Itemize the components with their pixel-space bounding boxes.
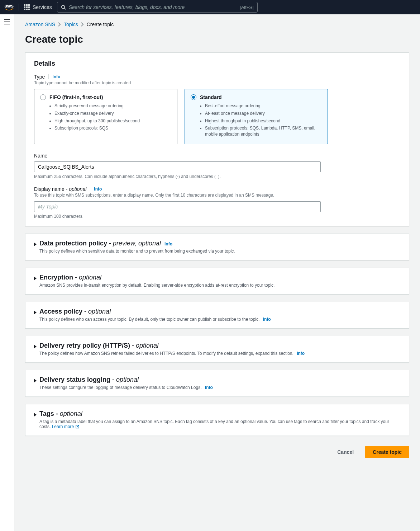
create-topic-button[interactable]: Create topic (365, 446, 409, 458)
chevron-right-icon (58, 22, 61, 27)
section-title: Data protection policy - preview, option… (39, 240, 161, 247)
caret-right-icon (34, 311, 37, 314)
display-help-text: To use this topic with SMS subscriptions… (34, 193, 400, 198)
section-title: Encryption - optional (39, 274, 101, 281)
section-title: Delivery status logging - optional (39, 376, 139, 383)
breadcrumb-current: Create topic (87, 22, 114, 27)
section-desc: Amazon SNS provides in-transit encryptio… (39, 283, 400, 288)
radio-icon (191, 94, 196, 100)
svg-rect-8 (28, 9, 30, 10)
expander-toggle[interactable]: Data protection policy - preview, option… (34, 240, 400, 254)
svg-rect-4 (26, 6, 28, 8)
divider (48, 74, 49, 79)
svg-rect-6 (24, 9, 25, 10)
expander-toggle[interactable]: Encryption - optional Amazon SNS provide… (34, 274, 400, 288)
expander-toggle[interactable]: Delivery status logging - optional These… (34, 376, 400, 390)
display-info-link[interactable]: Info (94, 187, 102, 192)
info-link[interactable]: Info (297, 351, 305, 356)
section-desc: The policy defines how Amazon SNS retrie… (39, 351, 400, 356)
svg-rect-3 (24, 6, 25, 8)
divider (90, 187, 90, 192)
type-option-standard[interactable]: Standard Best-effort message ordering At… (185, 89, 328, 144)
hamburger-icon[interactable] (4, 19, 10, 24)
fifo-bullets: Strictly-preserved message ordering Exac… (40, 103, 171, 131)
section-title: Delivery retry policy (HTTP/S) - optiona… (39, 342, 158, 349)
global-search[interactable]: [Alt+S] (57, 2, 258, 13)
caret-right-icon (34, 243, 37, 246)
svg-rect-1 (26, 4, 28, 6)
caret-right-icon (34, 345, 37, 348)
section-desc: A tag is a metadata label that you can a… (39, 419, 400, 429)
external-link-icon (75, 424, 80, 429)
standard-title: Standard (200, 94, 222, 100)
svg-rect-7 (26, 9, 28, 10)
grid-icon (24, 4, 30, 10)
section-desc: These settings configure the logging of … (39, 385, 400, 390)
divider (19, 4, 19, 11)
section-access-policy: Access policy - optional This policy def… (25, 302, 409, 329)
display-below-help: Maximum 100 characters. (34, 214, 400, 219)
aws-logo[interactable]: aws (4, 3, 14, 11)
breadcrumb-topics[interactable]: Topics (64, 22, 78, 27)
section-encryption: Encryption - optional Amazon SNS provide… (25, 268, 409, 295)
learn-more-link[interactable]: Learn more (52, 424, 80, 429)
type-info-link[interactable]: Info (52, 74, 60, 79)
expander-toggle[interactable]: Access policy - optional This policy def… (34, 308, 400, 322)
caret-right-icon (34, 413, 37, 417)
display-name-label: Display name - optional (34, 186, 86, 192)
svg-rect-5 (28, 6, 30, 8)
search-input[interactable] (69, 4, 240, 10)
section-delivery-retry-policy: Delivery retry policy (HTTP/S) - optiona… (25, 336, 409, 363)
caret-right-icon (34, 379, 37, 382)
svg-line-10 (64, 8, 66, 10)
section-tags: Tags - optional A tag is a metadata labe… (25, 404, 409, 436)
section-title: Access policy - optional (39, 308, 111, 315)
info-link[interactable]: Info (164, 241, 172, 246)
section-title: Tags - optional (39, 410, 82, 417)
main-content: Amazon SNS Topics Create topic Create to… (14, 14, 420, 531)
name-help-text: Maximum 256 characters. Can include alph… (34, 174, 400, 179)
page-title: Create topic (25, 34, 409, 45)
caret-right-icon (34, 277, 37, 280)
display-name-input[interactable] (34, 201, 321, 212)
expander-toggle[interactable]: Tags - optional A tag is a metadata labe… (34, 410, 400, 429)
expander-toggle[interactable]: Delivery retry policy (HTTP/S) - optiona… (34, 342, 400, 356)
type-option-fifo[interactable]: FIFO (first-in, first-out) Strictly-pres… (34, 89, 177, 144)
cancel-button[interactable]: Cancel (330, 446, 361, 458)
details-panel: Details Type Info Topic type cannot be m… (25, 52, 409, 226)
breadcrumb: Amazon SNS Topics Create topic (25, 22, 409, 27)
side-rail (0, 14, 14, 531)
top-navigation: aws Services [Alt+S] (0, 0, 420, 14)
fifo-title: FIFO (first-in, first-out) (49, 94, 103, 100)
info-link[interactable]: Info (205, 385, 213, 390)
footer-actions: Cancel Create topic (25, 446, 409, 458)
svg-rect-2 (28, 4, 30, 6)
section-desc: This policy defines which sensitive data… (39, 249, 400, 254)
svg-rect-0 (24, 4, 25, 6)
services-menu-button[interactable]: Services (24, 4, 52, 10)
radio-icon (40, 94, 46, 100)
details-heading: Details (34, 60, 400, 67)
name-input[interactable] (34, 161, 321, 172)
chevron-right-icon (81, 22, 84, 27)
svg-point-9 (61, 5, 65, 9)
section-data-protection-policy: Data protection policy - preview, option… (25, 234, 409, 260)
info-link[interactable]: Info (263, 317, 271, 322)
section-desc: This policy defines who can access your … (39, 317, 400, 322)
name-label: Name (34, 153, 47, 159)
type-help-text: Topic type cannot be modified after topi… (34, 80, 400, 85)
search-shortcut-hint: [Alt+S] (240, 5, 254, 10)
standard-bullets: Best-effort message ordering At-least on… (191, 103, 322, 137)
search-icon (61, 5, 66, 10)
services-label: Services (33, 4, 52, 10)
breadcrumb-root[interactable]: Amazon SNS (25, 22, 55, 27)
type-label: Type (34, 74, 45, 80)
section-delivery-status-logging: Delivery status logging - optional These… (25, 370, 409, 397)
